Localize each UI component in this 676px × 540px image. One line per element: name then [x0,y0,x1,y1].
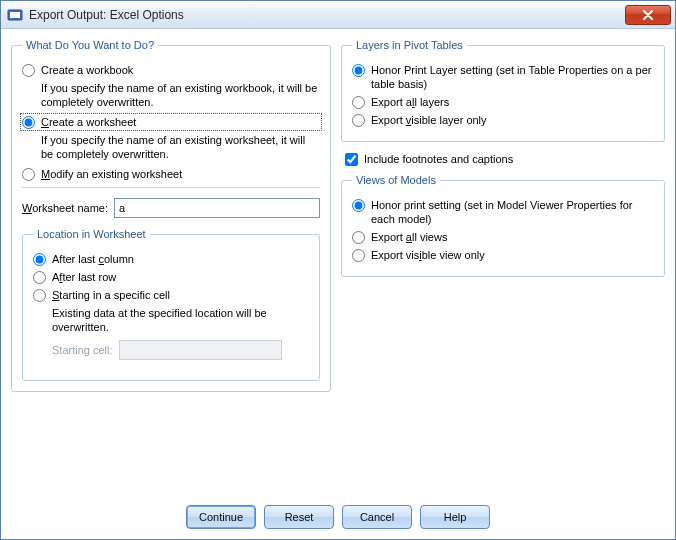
close-icon [642,10,654,20]
radio-label[interactable]: Starting in a specific cell [52,288,170,302]
radio-input[interactable] [33,271,46,284]
window-title: Export Output: Excel Options [29,8,625,22]
starting-cell-label: Starting cell: [52,344,113,356]
checkbox-input[interactable] [345,153,358,166]
radio-views-all[interactable]: Export all views [352,230,654,244]
titlebar: Export Output: Excel Options [1,1,675,29]
continue-button[interactable]: Continue [186,505,256,529]
radio-create-workbook[interactable]: Create a workbook [22,63,320,77]
checkbox-label[interactable]: Include footnotes and captions [364,152,513,166]
radio-input[interactable] [33,253,46,266]
radio-label[interactable]: Export all layers [371,95,449,109]
radio-label[interactable]: Create a worksheet [41,115,136,129]
desc-starting-cell: Existing data at the specified location … [52,306,309,334]
radio-label[interactable]: Modify an existing worksheet [41,167,182,181]
close-button[interactable] [625,5,671,25]
group-legend: What Do You Want to Do? [22,39,158,51]
group-legend: Layers in Pivot Tables [352,39,467,51]
group-what-do-you-want: What Do You Want to Do? Create a workboo… [11,39,331,392]
radio-layers-honor[interactable]: Honor Print Layer setting (set in Table … [352,63,654,91]
radio-label[interactable]: Honor print setting (set in Model Viewer… [371,198,654,226]
group-legend: Views of Models [352,174,440,186]
worksheet-name-label: Worksheet name: [22,202,108,214]
svg-rect-1 [10,12,20,18]
desc-create-worksheet: If you specify the name of an existing w… [41,133,320,161]
radio-input[interactable] [352,199,365,212]
radio-input[interactable] [22,168,35,181]
starting-cell-input [119,340,282,360]
radio-label[interactable]: Honor Print Layer setting (set in Table … [371,63,654,91]
radio-label[interactable]: Export visible layer only [371,113,487,127]
radio-label[interactable]: Create a workbook [41,63,133,77]
divider [22,187,320,188]
worksheet-name-input[interactable] [114,198,320,218]
radio-label[interactable]: Export visible view only [371,248,485,262]
radio-input[interactable] [22,116,35,129]
radio-after-last-column[interactable]: After last column [33,252,309,266]
radio-input[interactable] [352,96,365,109]
radio-after-last-row[interactable]: After last row [33,270,309,284]
dialog-window: Export Output: Excel Options What Do You… [0,0,676,540]
radio-input[interactable] [352,64,365,77]
radio-label[interactable]: After last row [52,270,116,284]
radio-modify-worksheet[interactable]: Modify an existing worksheet [22,167,320,181]
group-views: Views of Models Honor print setting (set… [341,174,665,277]
radio-input[interactable] [22,64,35,77]
group-legend: Location in Worksheet [33,228,150,240]
radio-starting-cell[interactable]: Starting in a specific cell [33,288,309,302]
radio-layers-all[interactable]: Export all layers [352,95,654,109]
radio-create-worksheet[interactable]: Create a worksheet [22,115,320,129]
radio-views-honor[interactable]: Honor print setting (set in Model Viewer… [352,198,654,226]
group-layers: Layers in Pivot Tables Honor Print Layer… [341,39,665,142]
app-icon [7,7,23,23]
radio-input[interactable] [352,231,365,244]
button-bar: Continue Reset Cancel Help [1,499,675,539]
radio-label[interactable]: Export all views [371,230,447,244]
reset-button[interactable]: Reset [264,505,334,529]
starting-cell-field: Starting cell: [52,340,282,360]
radio-views-visible[interactable]: Export visible view only [352,248,654,262]
desc-create-workbook: If you specify the name of an existing w… [41,81,320,109]
cancel-button[interactable]: Cancel [342,505,412,529]
left-column: What Do You Want to Do? Create a workboo… [11,39,331,493]
dialog-content: What Do You Want to Do? Create a workboo… [1,29,675,499]
right-column: Layers in Pivot Tables Honor Print Layer… [341,39,665,493]
radio-input[interactable] [352,114,365,127]
checkbox-footnotes[interactable]: Include footnotes and captions [345,152,665,166]
radio-label[interactable]: After last column [52,252,134,266]
radio-input[interactable] [33,289,46,302]
help-button[interactable]: Help [420,505,490,529]
radio-input[interactable] [352,249,365,262]
radio-layers-visible[interactable]: Export visible layer only [352,113,654,127]
group-location: Location in Worksheet After last column … [22,228,320,381]
worksheet-name-field: Worksheet name: [22,198,320,218]
